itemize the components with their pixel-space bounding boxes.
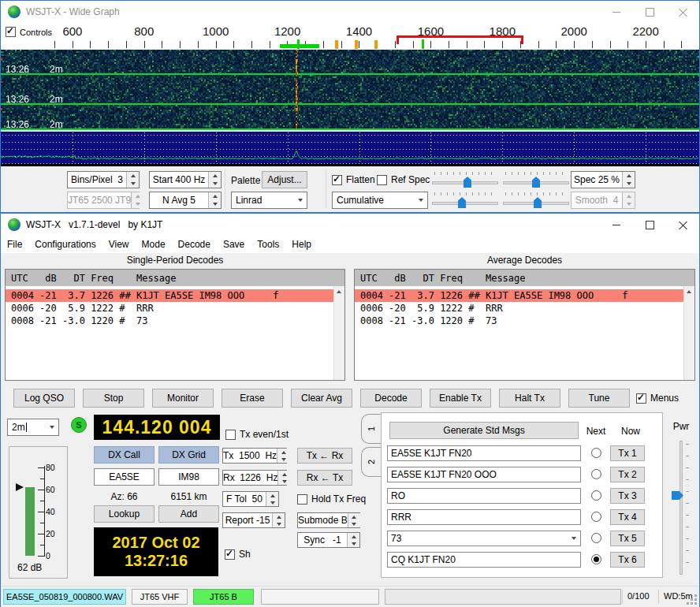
spinner-arrows[interactable] (277, 471, 290, 485)
tx1-now-button[interactable]: Tx 1 (610, 445, 645, 461)
tx6-message-field[interactable]: CQ K1JT FN20 (387, 552, 581, 568)
zero-slider-1[interactable] (503, 171, 569, 188)
sh-checkbox[interactable]: Sh (225, 549, 251, 560)
tx2-message-field[interactable]: EA5SE K1JT FN20 OOO (387, 467, 581, 482)
single-period-decodes-pane[interactable]: UTC dB DT Freq Message 0004 -21 3.7 1226… (5, 269, 345, 381)
tx1-next-radio[interactable] (591, 448, 601, 458)
decode-row[interactable]: 0006 -20 5.9 1222 # RRR (6, 302, 334, 315)
wide-graph-titlebar[interactable]: WSJT-X - Wide Graph (1, 1, 699, 23)
minimize-button[interactable] (600, 214, 633, 236)
tx6-next-radio[interactable] (591, 554, 601, 564)
gain-slider-1[interactable] (432, 171, 498, 188)
adjust-button[interactable]: Adjust... (262, 171, 307, 188)
enable-tx-button[interactable]: Enable Tx (430, 389, 491, 408)
tx3-next-radio[interactable] (591, 490, 601, 501)
dx-call-button[interactable]: DX Call (94, 446, 155, 464)
flatten-checkbox[interactable]: Flatten (332, 174, 375, 185)
average-decodes-pane[interactable]: UTC dB DT Freq Message 0004 -21 3.7 1226… (354, 269, 695, 381)
report-spinner[interactable]: Report -15 (222, 512, 285, 528)
zero-slider-2[interactable] (503, 192, 569, 209)
menu-file[interactable]: File (1, 236, 28, 253)
tx-even-checkbox[interactable]: Tx even/1st (225, 429, 289, 440)
tx2-next-radio[interactable] (591, 469, 601, 479)
tx6-now-button[interactable]: Tx 6 (610, 552, 645, 568)
scrollbar[interactable] (333, 286, 344, 380)
spinner-arrows[interactable] (131, 192, 143, 208)
resize-grip[interactable] (694, 602, 697, 605)
spinner-arrows[interactable] (208, 172, 221, 188)
pwr-slider-groove[interactable] (680, 441, 683, 575)
spinner-arrows[interactable] (277, 449, 289, 463)
minimize-button[interactable] (600, 1, 633, 23)
tx4-now-button[interactable]: Tx 4 (610, 509, 645, 525)
hold-tx-freq-checkbox[interactable]: Hold Tx Freq (297, 493, 366, 505)
spinner-arrows[interactable] (347, 533, 359, 547)
ref-spec-checkbox[interactable]: Ref Spec (377, 174, 430, 185)
sync-spinner[interactable]: Sync -1 (297, 532, 360, 548)
spinner-arrows[interactable] (622, 172, 635, 188)
slider-handle[interactable] (458, 197, 466, 208)
add-button[interactable]: Add (158, 505, 219, 523)
dx-grid-field[interactable]: IM98 (158, 468, 219, 486)
decode-row[interactable]: 0006 -20 5.9 1222 # RRR (355, 302, 684, 315)
tx4-next-radio[interactable] (591, 512, 601, 522)
stop-button[interactable]: Stop (83, 389, 144, 408)
start-hz-spinner[interactable]: Start 400 Hz (149, 171, 222, 188)
monitor-button[interactable]: Monitor (152, 389, 214, 408)
clear-avg-button[interactable]: Clear Avg (291, 389, 352, 408)
tx-freq-spinner[interactable]: Tx 1500 Hz (222, 448, 287, 464)
tab-2[interactable]: 2 (361, 447, 382, 477)
submode-spinner[interactable]: Submode B (297, 512, 360, 528)
generate-std-msgs-button[interactable]: Generate Std Msgs (389, 422, 579, 439)
f-tol-spinner[interactable]: F Tol 50 (222, 491, 279, 507)
tab-1[interactable]: 1 (361, 414, 382, 444)
palette-combo[interactable]: Linrad (231, 192, 307, 209)
menu-view[interactable]: View (102, 236, 136, 253)
slider-handle[interactable] (534, 197, 542, 208)
display-mode-combo[interactable]: Cumulative (332, 192, 428, 209)
bins-pixel-spinner[interactable]: Bins/Pixel 3 (67, 171, 140, 188)
decode-row[interactable]: 0008 -21 -3.0 1220 # 73 (355, 315, 684, 327)
rx-from-tx-button[interactable]: Rx ← Tx (297, 470, 352, 486)
status-s-button[interactable]: S (71, 417, 87, 433)
close-button[interactable] (666, 1, 699, 23)
decode-button[interactable]: Decode (360, 389, 422, 408)
close-button[interactable] (666, 214, 699, 236)
menu-configurations[interactable]: Configurations (28, 236, 102, 253)
maximize-button[interactable] (633, 1, 666, 23)
tx2-now-button[interactable]: Tx 2 (610, 467, 645, 482)
spinner-arrows[interactable] (348, 513, 360, 527)
slider-handle[interactable] (532, 177, 540, 188)
gain-slider-2[interactable] (432, 192, 498, 209)
menus-checkbox[interactable]: Menus (636, 393, 679, 404)
tx5-next-radio[interactable] (591, 533, 601, 543)
tx3-message-field[interactable]: RO (387, 488, 581, 504)
spinner-arrows[interactable] (208, 192, 221, 208)
menu-tools[interactable]: Tools (251, 236, 285, 253)
scrollbar[interactable] (683, 286, 694, 380)
tune-button[interactable]: Tune (568, 389, 630, 408)
main-titlebar[interactable]: WSJT-X v1.7.1-devel by K1JT (1, 214, 699, 236)
dx-call-field[interactable]: EA5SE (94, 468, 155, 486)
tx5-message-combo[interactable]: 73 (387, 531, 581, 546)
menu-save[interactable]: Save (217, 236, 251, 253)
tx5-now-button[interactable]: Tx 5 (610, 531, 645, 546)
menu-mode[interactable]: Mode (136, 236, 172, 253)
decode-row[interactable]: 0008 -21 -3.0 1220 # 73 (6, 315, 334, 327)
jt65-jt9-split-spinner[interactable]: JT65 2500 JT9 (67, 192, 140, 209)
spec-percent-spinner[interactable]: Spec 25 % (571, 171, 635, 188)
slider-handle[interactable] (464, 177, 471, 188)
spinner-arrows[interactable] (126, 172, 139, 188)
rx-freq-spinner[interactable]: Rx 1226 Hz (222, 470, 287, 486)
maximize-button[interactable] (633, 214, 666, 236)
tx4-message-field[interactable]: RRR (387, 509, 581, 525)
lookup-button[interactable]: Lookup (94, 505, 155, 523)
n-avg-spinner[interactable]: N Avg 5 (149, 192, 222, 209)
menu-decode[interactable]: Decode (172, 236, 217, 253)
smooth-spinner[interactable]: Smooth 4 (571, 192, 635, 209)
tx-from-rx-button[interactable]: Tx ← Rx (297, 448, 352, 464)
halt-tx-button[interactable]: Halt Tx (499, 389, 560, 408)
spinner-arrows[interactable] (272, 513, 285, 527)
log-qso-button[interactable]: Log QSO (13, 389, 75, 408)
waterfall-display[interactable] (1, 50, 699, 166)
